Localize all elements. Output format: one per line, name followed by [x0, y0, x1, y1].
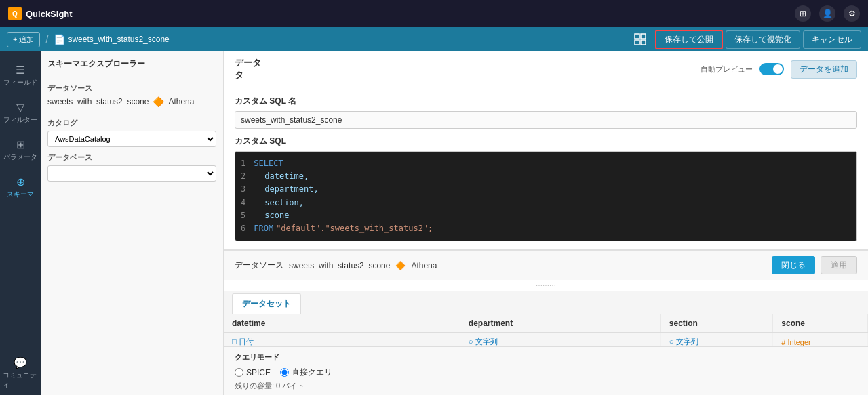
- settings-icon[interactable]: ⚙: [844, 5, 860, 22]
- col-header-department: department: [460, 314, 660, 333]
- sql-keyword: SELECT: [254, 157, 283, 170]
- datasource-type: Athena: [168, 97, 194, 106]
- sql-col: department,: [254, 183, 318, 196]
- add-data-button[interactable]: データを追加: [791, 60, 857, 79]
- dataset-icon: 📄: [54, 34, 65, 45]
- radio-spice-input[interactable]: [235, 368, 243, 377]
- line-num: 4: [241, 196, 245, 209]
- auto-preview-toggle[interactable]: [760, 63, 784, 75]
- sidebar-item-community[interactable]: 💬 コミュニティ: [0, 351, 41, 395]
- add-button[interactable]: + 追加: [7, 32, 40, 47]
- sidebar-item-fields[interactable]: ☰ フィールド: [0, 58, 41, 93]
- type-badge-date: □ 日付: [232, 337, 254, 346]
- database-select[interactable]: [47, 165, 216, 182]
- sidebar-item-parameters[interactable]: ⊞ パラメータ: [0, 133, 41, 167]
- type-department: ○ 文字列: [460, 333, 660, 346]
- sql-area: カスタム SQL 名 カスタム SQL 1 SELECT 2 datetime,…: [224, 87, 868, 250]
- sidebar-item-label: フィールド: [3, 78, 37, 87]
- datasource-section-label: データソース: [47, 83, 216, 93]
- dataset-name: sweets_with_status2_scone: [68, 35, 169, 44]
- sql-line-4: 4 section,: [241, 196, 851, 209]
- grid-icon[interactable]: ⊞: [795, 5, 811, 22]
- data-table: datetime department section scone □ 日付 ○…: [224, 314, 868, 346]
- type-section: ○ 文字列: [660, 333, 772, 346]
- catalog-select[interactable]: AwsDataCatalog: [47, 131, 216, 147]
- ds-bar-label: データソース: [235, 259, 283, 271]
- auto-preview-label: 自動プレビュー: [701, 64, 753, 75]
- datasource-row: sweets_with_status2_scone 🔶 Athena: [47, 96, 216, 107]
- sql-editor[interactable]: 1 SELECT 2 datetime, 3 department, 4 sec…: [235, 151, 857, 241]
- custom-sql-name-input[interactable]: [235, 111, 857, 129]
- table-tab-dataset[interactable]: データセット: [232, 293, 301, 314]
- table-scroll-wrap[interactable]: datetime department section scone □ 日付 ○…: [224, 314, 868, 346]
- save-view-button[interactable]: 保存して視覚化: [726, 30, 800, 49]
- app-name: QuickSight: [26, 9, 73, 19]
- svg-rect-1: [641, 34, 646, 39]
- sql-line-3: 3 department,: [241, 183, 851, 196]
- breadcrumb-item: 📄 sweets_with_status2_scone: [54, 34, 169, 45]
- save-publish-button[interactable]: 保存して公開: [655, 30, 723, 49]
- sidebar-item-filter[interactable]: ▽ フィルター: [0, 96, 41, 130]
- sidebar-item-label: フィルター: [3, 115, 37, 125]
- radio-direct[interactable]: 直接クエリ: [280, 367, 332, 378]
- close-button[interactable]: 閉じる: [772, 256, 815, 274]
- sql-table: "default"."sweets_with_status2";: [276, 222, 433, 235]
- bottom-ds-bar: データソース sweets_with_status2_scone 🔶 Athen…: [224, 250, 868, 280]
- sql-line-1: 1 SELECT: [241, 157, 851, 170]
- col-header-datetime: datetime: [224, 314, 460, 333]
- table-area: データセット datetime department section scone: [224, 291, 868, 346]
- data-controls: 自動プレビュー データを追加: [701, 60, 857, 79]
- ds-bar-type: Athena: [411, 261, 437, 270]
- sidebar-item-schema[interactable]: ⊕ スキーマ: [0, 170, 41, 205]
- sidebar-item-label: パラメータ: [3, 152, 37, 162]
- col-header-section: section: [660, 314, 772, 333]
- schema-panel: スキーマエクスプローラー データソース sweets_with_status2_…: [41, 51, 224, 395]
- secondbar: + 追加 / 📄 sweets_with_status2_scone 保存して公…: [0, 27, 868, 51]
- type-badge-str2: ○ 文字列: [669, 337, 698, 346]
- type-badge-str1: ○ 文字列: [469, 337, 498, 346]
- line-num: 2: [241, 170, 245, 183]
- query-mode-title: クエリモード: [235, 352, 857, 362]
- radio-direct-label: 直接クエリ: [292, 367, 332, 378]
- user-icon[interactable]: 👤: [819, 5, 835, 22]
- drag-handle[interactable]: ⋯⋯⋯: [224, 280, 868, 291]
- grid-view-icon[interactable]: [628, 27, 652, 51]
- table-tabs: データセット: [224, 291, 868, 314]
- type-scone: # Integer: [773, 333, 868, 346]
- topbar: Q QuickSight ⊞ 👤 ⚙: [0, 0, 868, 27]
- line-num: 5: [241, 209, 245, 222]
- community-icon: 💬: [14, 356, 27, 369]
- line-num: 6: [241, 222, 245, 235]
- schema-title: スキーマエクスプローラー: [47, 58, 216, 70]
- ds-bar-value: sweets_with_status2_scone: [289, 261, 390, 270]
- schema-icon: ⊕: [16, 175, 25, 188]
- sql-col: scone: [254, 209, 289, 222]
- sidebar: ☰ フィールド ▽ フィルター ⊞ パラメータ ⊕ スキーマ 💬 コミュニティ: [0, 51, 41, 395]
- sidebar-item-label: コミュニティ: [3, 371, 38, 390]
- radio-group: SPICE 直接クエリ: [235, 367, 857, 378]
- line-num: 3: [241, 183, 245, 196]
- fields-icon: ☰: [16, 64, 25, 77]
- line-num: 1: [241, 157, 245, 170]
- apply-button[interactable]: 適用: [821, 256, 857, 274]
- table-type-row: □ 日付 ○ 文字列 ○ 文字列 # Integer: [224, 333, 868, 346]
- breadcrumb-separator: /: [45, 34, 48, 45]
- radio-spice[interactable]: SPICE: [235, 368, 271, 377]
- col-header-scone: scone: [773, 314, 868, 333]
- athena-logo: 🔶: [153, 96, 164, 107]
- sql-line-2: 2 datetime,: [241, 170, 851, 183]
- parameters-icon: ⊞: [16, 138, 25, 151]
- custom-sql-name-label: カスタム SQL 名: [235, 96, 857, 107]
- table-header-row: datetime department section scone: [224, 314, 868, 333]
- svg-rect-0: [635, 34, 639, 39]
- query-mode: クエリモード SPICE 直接クエリ 残りの容量: 0 バイト: [224, 346, 868, 395]
- data-header: データタ 自動プレビュー データを追加: [224, 51, 868, 87]
- filter-icon: ▽: [16, 101, 24, 114]
- svg-rect-2: [635, 40, 639, 45]
- logo-icon: Q: [8, 7, 22, 20]
- datasource-name: sweets_with_status2_scone: [47, 97, 149, 106]
- radio-direct-input[interactable]: [280, 368, 289, 377]
- cancel-button[interactable]: キャンセル: [803, 30, 861, 49]
- sql-from: FROM: [254, 222, 273, 235]
- sql-col: datetime,: [254, 170, 309, 183]
